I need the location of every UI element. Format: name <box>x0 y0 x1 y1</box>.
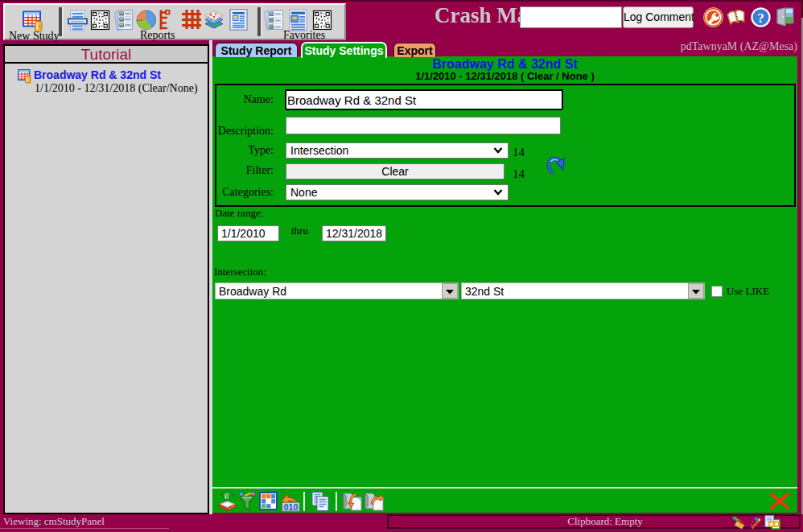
svg-text:?: ? <box>757 10 764 26</box>
svg-text:010: 010 <box>284 502 299 512</box>
